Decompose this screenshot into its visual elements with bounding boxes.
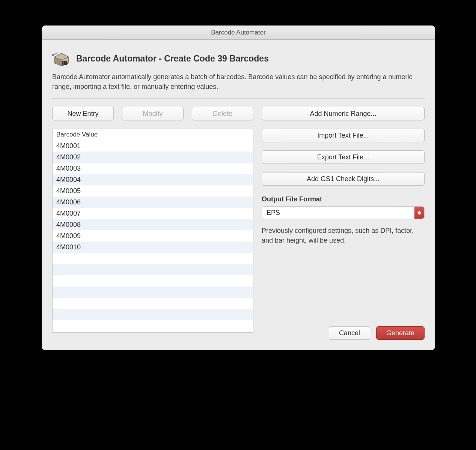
table-row[interactable]: 4M0006 xyxy=(53,196,253,208)
settings-hint: Previously configured settings, such as … xyxy=(262,226,425,245)
table-row[interactable] xyxy=(53,309,253,320)
barcode-table: Barcode Value 4M00014M00024M00034M00044M… xyxy=(52,129,253,333)
dialog-window: Barcode Automator xyxy=(42,26,435,350)
table-row[interactable]: 4M0003 xyxy=(53,163,253,174)
add-numeric-range-button[interactable]: Add Numeric Range... xyxy=(262,107,425,120)
divider xyxy=(52,98,425,99)
export-text-file-button[interactable]: Export Text File... xyxy=(262,150,425,164)
table-row[interactable]: 4M0008 xyxy=(53,219,253,230)
titlebar[interactable]: Barcode Automator xyxy=(42,26,435,40)
table-header-label: Barcode Value xyxy=(56,131,98,138)
table-row[interactable] xyxy=(53,298,253,309)
table-row[interactable]: 4M0009 xyxy=(53,230,253,242)
table-row[interactable] xyxy=(53,264,253,275)
footer-buttons: Cancel Generate xyxy=(329,326,425,340)
table-row[interactable]: 4M0005 xyxy=(53,185,253,196)
table-row[interactable]: 4M0010 xyxy=(53,242,253,253)
dialog-heading: Barcode Automator - Create Code 39 Barco… xyxy=(76,54,269,64)
svg-rect-2 xyxy=(63,61,64,65)
main-row: New Entry Modify Delete Barcode Value 4M… xyxy=(52,107,425,333)
window-title: Barcode Automator xyxy=(211,29,266,36)
header-row: Barcode Automator - Create Code 39 Barco… xyxy=(52,50,425,67)
barcode-automator-icon xyxy=(52,50,71,67)
output-format-value: EPS xyxy=(267,209,280,217)
add-gs1-check-digits-button[interactable]: Add GS1 Check Digits... xyxy=(262,172,425,186)
dropdown-arrows-icon xyxy=(414,207,424,219)
svg-rect-1 xyxy=(62,61,63,65)
dialog-description: Barcode Automator automatically generate… xyxy=(52,72,425,92)
svg-rect-5 xyxy=(66,61,67,65)
table-row[interactable]: 4M0001 xyxy=(53,140,253,152)
table-row[interactable] xyxy=(53,275,253,286)
table-row[interactable]: 4M0002 xyxy=(53,152,253,163)
cancel-button[interactable]: Cancel xyxy=(329,326,370,340)
table-row[interactable] xyxy=(53,253,253,264)
svg-rect-4 xyxy=(65,61,66,65)
dialog-content: Barcode Automator - Create Code 39 Barco… xyxy=(42,40,435,342)
table-row[interactable]: 4M0007 xyxy=(53,208,253,219)
left-column: New Entry Modify Delete Barcode Value 4M… xyxy=(52,107,253,333)
new-entry-button[interactable]: New Entry xyxy=(52,107,114,120)
table-row[interactable]: 4M0004 xyxy=(53,174,253,185)
svg-rect-3 xyxy=(64,61,65,65)
generate-button[interactable]: Generate xyxy=(376,326,425,340)
import-text-file-button[interactable]: Import Text File... xyxy=(262,129,425,142)
table-body[interactable]: 4M00014M00024M00034M00044M00054M00064M00… xyxy=(53,140,253,332)
output-format-dropdown[interactable]: EPS xyxy=(262,206,425,219)
modify-button[interactable]: Modify xyxy=(122,107,184,120)
output-format-label: Output File Format xyxy=(262,195,425,203)
delete-button[interactable]: Delete xyxy=(192,107,253,120)
table-row[interactable] xyxy=(53,286,253,298)
right-column: Add Numeric Range... Import Text File...… xyxy=(262,107,425,333)
table-row[interactable] xyxy=(53,320,253,332)
table-header[interactable]: Barcode Value xyxy=(53,129,253,140)
entry-buttons-row: New Entry Modify Delete xyxy=(52,107,253,120)
